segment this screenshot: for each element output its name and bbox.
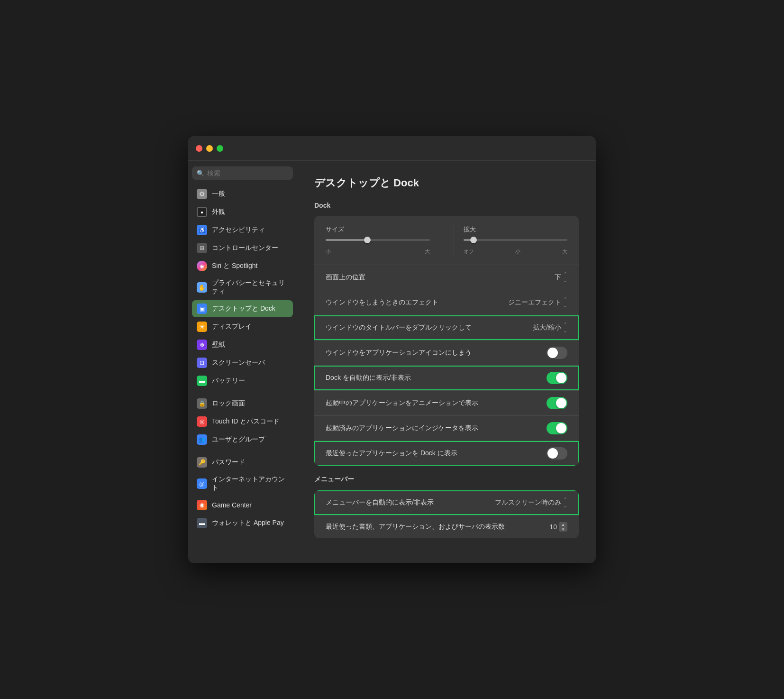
setting-recent-apps: 最近使ったアプリケーションを Dock に表示 [314, 441, 579, 466]
minimize-effect-label: ウインドウをしまうときのエフェクト [326, 298, 438, 307]
sidebar-label-wallpaper: 壁紙 [212, 340, 225, 349]
sidebar-item-internet[interactable]: @ インターネットアカウント [192, 472, 293, 496]
enlarge-slider-thumb[interactable] [470, 237, 477, 243]
sidebar-label-touchid: Touch ID とパスコード [212, 417, 280, 426]
position-value[interactable]: 下 ⌃⌄ [555, 271, 567, 284]
position-chevron: ⌃⌄ [563, 271, 567, 284]
search-input[interactable] [207, 169, 288, 177]
titlebar [188, 136, 596, 161]
recent-items-label: 最近使った書類、アプリケーション、およびサーバの表示数 [326, 523, 505, 531]
auto-hide-dock-knob [556, 373, 566, 383]
minimize-effect-value[interactable]: ジニーエフェクト ⌃⌄ [508, 296, 567, 309]
sidebar-label-users: ユーザとグループ [212, 435, 265, 444]
enlarge-slider-track[interactable] [464, 239, 568, 241]
sidebar-label-siri: Siri と Spotlight [212, 262, 257, 270]
stepper-up-button[interactable]: ▲ [559, 522, 567, 527]
traffic-lights [196, 145, 223, 152]
animate-apps-toggle[interactable] [547, 397, 567, 409]
gamecenter-icon: ◉ [197, 500, 207, 510]
setting-minimize-effect: ウインドウをしまうときのエフェクト ジニーエフェクト ⌃⌄ [314, 290, 579, 315]
sidebar-label-internet: インターネットアカウント [212, 475, 288, 492]
animate-apps-knob [556, 398, 566, 408]
size-slider-track-wrapper[interactable] [326, 237, 430, 243]
sidebar-item-control[interactable]: ⊞ コントロールセンター [192, 239, 293, 257]
setting-recent-items: 最近使った書類、アプリケーション、およびサーバの表示数 10 ▲ ▼ [314, 515, 579, 538]
minimize-button[interactable] [206, 145, 213, 152]
position-label: 画面上の位置 [326, 273, 365, 282]
setting-show-indicators: 起動済みのアプリケーションにインジケータを表示 [314, 416, 579, 441]
sidebar-item-wallet[interactable]: ▬ ウォレットと Apple Pay [192, 515, 293, 532]
main-window: 🔍 ⚙ 一般 ● 外観 ♿ アクセシビリティ ⊞ コントロールセンター ◉ S [188, 136, 596, 563]
sidebar-item-battery[interactable]: ▬ バッテリー [192, 372, 293, 389]
auto-hide-menu-text: フルスクリーン時のみ [495, 498, 561, 507]
position-text: 下 [555, 273, 561, 282]
double-click-chevron: ⌃⌄ [563, 322, 567, 334]
auto-hide-dock-toggle[interactable] [547, 372, 567, 384]
sidebar-item-screensaver[interactable]: ⊡ スクリーンセーバ [192, 354, 293, 371]
recent-apps-toggle[interactable] [547, 447, 567, 460]
recent-apps-label: 最近使ったアプリケーションを Dock に表示 [326, 449, 457, 458]
double-click-label: ウインドウのタイトルバーをダブルクリックして [326, 323, 472, 332]
sidebar-label-battery: バッテリー [212, 377, 245, 385]
close-button[interactable] [196, 145, 202, 152]
sidebar-label-lock: ロック画面 [212, 399, 245, 408]
dock-section-title: Dock [314, 202, 579, 209]
sidebar-item-gamecenter[interactable]: ◉ Game Center [192, 497, 293, 514]
auto-hide-menu-value[interactable]: フルスクリーン時のみ ⌃⌄ [495, 497, 567, 509]
enlarge-slider-group: 拡大 オフ 小 大 [464, 225, 568, 255]
setting-double-click: ウインドウのタイトルバーをダブルクリックして 拡大/縮小 ⌃⌄ [314, 315, 579, 340]
recent-items-text: 10 [549, 523, 557, 531]
sidebar-label-display: ディスプレイ [212, 322, 252, 331]
lock-icon: 🔒 [197, 398, 207, 409]
enlarge-off-label: オフ [464, 248, 474, 255]
sidebar-label-appearance: 外観 [212, 208, 225, 216]
sidebar-item-appearance[interactable]: ● 外観 [192, 203, 293, 221]
stepper-down-button[interactable]: ▼ [559, 527, 567, 532]
size-slider-group: サイズ 小 大 [326, 225, 444, 255]
desktop-icon: ▣ [197, 304, 207, 314]
recent-items-value[interactable]: 10 ▲ ▼ [549, 522, 567, 532]
display-icon: ☀ [197, 322, 207, 332]
enlarge-slider-track-wrapper[interactable] [464, 237, 568, 243]
double-click-value[interactable]: 拡大/縮小 ⌃⌄ [533, 322, 567, 334]
sidebar-label-general: 一般 [212, 190, 225, 198]
minimize-effect-text: ジニーエフェクト [508, 298, 561, 307]
maximize-button[interactable] [217, 145, 223, 152]
sidebar-item-password[interactable]: 🔑 パスワード [192, 454, 293, 471]
enlarge-min-max: オフ 小 大 [464, 248, 568, 255]
auto-hide-menu-label: メニューバーを自動的に表示/非表示 [326, 498, 434, 507]
search-icon: 🔍 [197, 170, 204, 177]
screensaver-icon: ⊡ [197, 358, 207, 368]
sidebar-item-general[interactable]: ⚙ 一般 [192, 185, 293, 202]
appearance-icon: ● [197, 207, 207, 217]
show-indicators-toggle[interactable] [547, 422, 567, 434]
sidebar-item-siri[interactable]: ◉ Siri と Spotlight [192, 258, 293, 275]
size-slider-thumb[interactable] [364, 237, 371, 243]
sidebar-label-control: コントロールセンター [212, 244, 278, 252]
size-label: サイズ [326, 225, 430, 234]
sidebar-label-wallet: ウォレットと Apple Pay [212, 519, 284, 527]
minimize-icon-toggle[interactable] [547, 347, 567, 359]
double-click-text: 拡大/縮小 [533, 323, 561, 332]
size-slider-track[interactable] [326, 239, 430, 241]
sidebar-item-users[interactable]: 👥 ユーザとグループ [192, 431, 293, 448]
recent-items-stepper[interactable]: ▲ ▼ [559, 522, 567, 532]
sidebar-label-accessibility: アクセシビリティ [212, 226, 265, 234]
dock-sliders-card: サイズ 小 大 [314, 216, 579, 466]
sidebar-item-desktop[interactable]: ▣ デスクトップと Dock [192, 300, 293, 317]
sidebar-item-touchid[interactable]: ◎ Touch ID とパスコード [192, 413, 293, 430]
sidebar-item-lock[interactable]: 🔒 ロック画面 [192, 395, 293, 412]
enlarge-max-label: 大 [562, 248, 567, 255]
search-box[interactable]: 🔍 [192, 166, 293, 180]
sidebar-item-display[interactable]: ☀ ディスプレイ [192, 318, 293, 335]
control-icon: ⊞ [197, 243, 207, 253]
size-max-label: 大 [425, 248, 430, 255]
sidebar-item-privacy[interactable]: ✋ プライバシーとセキュリティ [192, 276, 293, 299]
setting-animate-apps: 起動中のアプリケーションをアニメーションで表示 [314, 391, 579, 415]
battery-icon: ▬ [197, 376, 207, 386]
sidebar-item-wallpaper[interactable]: ❄ 壁紙 [192, 336, 293, 353]
sidebar-item-accessibility[interactable]: ♿ アクセシビリティ [192, 221, 293, 239]
menubar-card: メニューバーを自動的に表示/非表示 フルスクリーン時のみ ⌃⌄ 最近使った書類、… [314, 490, 579, 538]
auto-hide-menu-chevron: ⌃⌄ [563, 497, 567, 509]
users-icon: 👥 [197, 434, 207, 445]
